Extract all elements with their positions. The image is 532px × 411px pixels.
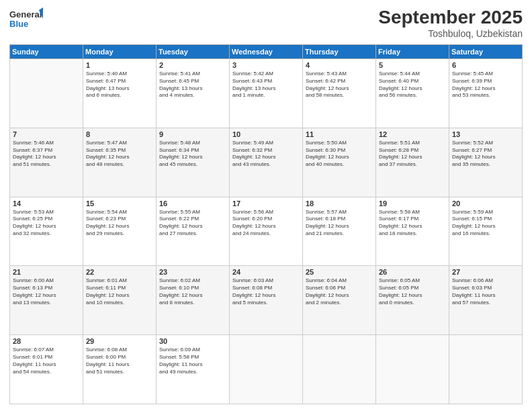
day-info: Sunrise: 5:59 AMSunset: 6:15 PMDaylight:… xyxy=(452,209,519,238)
calendar-day-cell: 4Sunrise: 5:43 AMSunset: 6:42 PMDaylight… xyxy=(303,59,376,128)
title-block: September 2025 Toshbuloq, Uzbekistan xyxy=(378,7,523,39)
calendar-day-cell: 5Sunrise: 5:44 AMSunset: 6:40 PMDaylight… xyxy=(376,59,449,128)
day-number: 6 xyxy=(452,61,519,69)
day-number: 28 xyxy=(13,337,80,345)
calendar-day-cell: 7Sunrise: 5:46 AMSunset: 6:37 PMDaylight… xyxy=(10,128,83,197)
day-number: 22 xyxy=(86,268,153,276)
day-number: 24 xyxy=(232,268,300,276)
logo: General Blue xyxy=(9,7,43,31)
day-number: 11 xyxy=(306,130,373,138)
calendar-day-cell: 16Sunrise: 5:55 AMSunset: 6:22 PMDayligh… xyxy=(157,197,230,266)
calendar-body: 1Sunrise: 5:40 AMSunset: 6:47 PMDaylight… xyxy=(10,59,523,404)
calendar-day-cell: 26Sunrise: 6:05 AMSunset: 6:05 PMDayligh… xyxy=(376,266,449,335)
day-info: Sunrise: 6:02 AMSunset: 6:10 PMDaylight:… xyxy=(159,277,226,306)
weekday-header-cell: Sunday xyxy=(10,45,83,59)
calendar-day-cell: 23Sunrise: 6:02 AMSunset: 6:10 PMDayligh… xyxy=(157,266,230,335)
day-number: 1 xyxy=(86,61,153,69)
calendar-day-cell: 8Sunrise: 5:47 AMSunset: 6:35 PMDaylight… xyxy=(83,128,157,197)
weekday-header-row: SundayMondayTuesdayWednesdayThursdayFrid… xyxy=(10,45,523,59)
day-number: 7 xyxy=(13,130,80,138)
calendar-day-cell: 2Sunrise: 5:41 AMSunset: 6:45 PMDaylight… xyxy=(157,59,230,128)
day-info: Sunrise: 6:03 AMSunset: 6:08 PMDaylight:… xyxy=(232,277,300,306)
day-info: Sunrise: 5:55 AMSunset: 6:22 PMDaylight:… xyxy=(159,209,226,238)
day-number: 21 xyxy=(13,268,80,276)
calendar-week-row: 7Sunrise: 5:46 AMSunset: 6:37 PMDaylight… xyxy=(10,128,523,197)
location-subtitle: Toshbuloq, Uzbekistan xyxy=(378,28,523,39)
calendar-day-cell: 14Sunrise: 5:53 AMSunset: 6:25 PMDayligh… xyxy=(10,197,83,266)
calendar-day-cell: 18Sunrise: 5:57 AMSunset: 6:18 PMDayligh… xyxy=(303,197,376,266)
calendar-day-cell: 12Sunrise: 5:51 AMSunset: 6:28 PMDayligh… xyxy=(376,128,449,197)
day-info: Sunrise: 6:05 AMSunset: 6:05 PMDaylight:… xyxy=(379,277,446,306)
calendar-day-cell xyxy=(230,335,303,404)
weekday-header-cell: Friday xyxy=(376,45,449,59)
calendar-day-cell: 19Sunrise: 5:58 AMSunset: 6:17 PMDayligh… xyxy=(376,197,449,266)
day-number: 27 xyxy=(452,268,519,276)
day-info: Sunrise: 5:53 AMSunset: 6:25 PMDaylight:… xyxy=(13,209,80,238)
weekday-header-cell: Monday xyxy=(83,45,157,59)
calendar-day-cell: 22Sunrise: 6:01 AMSunset: 6:11 PMDayligh… xyxy=(83,266,157,335)
day-info: Sunrise: 6:09 AMSunset: 5:58 PMDaylight:… xyxy=(159,347,226,375)
calendar-day-cell: 3Sunrise: 5:42 AMSunset: 6:43 PMDaylight… xyxy=(230,59,303,128)
day-number: 9 xyxy=(159,130,226,138)
logo-svg: General Blue xyxy=(9,7,43,31)
calendar-week-row: 28Sunrise: 6:07 AMSunset: 6:01 PMDayligh… xyxy=(10,335,523,404)
calendar-day-cell: 30Sunrise: 6:09 AMSunset: 5:58 PMDayligh… xyxy=(157,335,230,404)
day-number: 16 xyxy=(159,199,226,208)
calendar-week-row: 1Sunrise: 5:40 AMSunset: 6:47 PMDaylight… xyxy=(10,59,523,128)
calendar-day-cell: 27Sunrise: 6:06 AMSunset: 6:03 PMDayligh… xyxy=(449,266,523,335)
day-info: Sunrise: 6:08 AMSunset: 6:00 PMDaylight:… xyxy=(86,347,153,375)
day-info: Sunrise: 5:50 AMSunset: 6:30 PMDaylight:… xyxy=(306,140,373,169)
svg-text:General: General xyxy=(9,9,42,19)
day-number: 10 xyxy=(232,130,300,138)
day-number: 12 xyxy=(379,130,446,138)
day-info: Sunrise: 5:47 AMSunset: 6:35 PMDaylight:… xyxy=(86,140,153,169)
day-info: Sunrise: 6:00 AMSunset: 6:13 PMDaylight:… xyxy=(13,277,80,306)
calendar-day-cell: 20Sunrise: 5:59 AMSunset: 6:15 PMDayligh… xyxy=(449,197,523,266)
day-info: Sunrise: 5:52 AMSunset: 6:27 PMDaylight:… xyxy=(452,140,519,169)
calendar-week-row: 21Sunrise: 6:00 AMSunset: 6:13 PMDayligh… xyxy=(10,266,523,335)
day-info: Sunrise: 5:41 AMSunset: 6:45 PMDaylight:… xyxy=(159,71,226,99)
svg-text:Blue: Blue xyxy=(9,19,28,29)
day-number: 17 xyxy=(232,199,300,208)
day-info: Sunrise: 6:07 AMSunset: 6:01 PMDaylight:… xyxy=(13,347,80,375)
day-number: 20 xyxy=(452,199,519,208)
day-number: 4 xyxy=(306,61,373,69)
day-number: 18 xyxy=(306,199,373,208)
calendar-day-cell: 15Sunrise: 5:54 AMSunset: 6:23 PMDayligh… xyxy=(83,197,157,266)
header: General Blue September 2025 Toshbuloq, U… xyxy=(9,7,523,39)
month-title: September 2025 xyxy=(378,7,523,28)
calendar-day-cell: 28Sunrise: 6:07 AMSunset: 6:01 PMDayligh… xyxy=(10,335,83,404)
weekday-header-cell: Wednesday xyxy=(230,45,303,59)
day-info: Sunrise: 5:57 AMSunset: 6:18 PMDaylight:… xyxy=(306,209,373,238)
calendar-day-cell: 25Sunrise: 6:04 AMSunset: 6:06 PMDayligh… xyxy=(303,266,376,335)
day-number: 25 xyxy=(306,268,373,276)
day-info: Sunrise: 5:48 AMSunset: 6:34 PMDaylight:… xyxy=(159,140,226,169)
weekday-header-cell: Thursday xyxy=(303,45,376,59)
page: General Blue September 2025 Toshbuloq, U… xyxy=(0,0,532,411)
day-number: 2 xyxy=(159,61,226,69)
calendar-table: SundayMondayTuesdayWednesdayThursdayFrid… xyxy=(9,44,523,404)
day-info: Sunrise: 6:06 AMSunset: 6:03 PMDaylight:… xyxy=(452,277,519,306)
calendar-day-cell: 29Sunrise: 6:08 AMSunset: 6:00 PMDayligh… xyxy=(83,335,157,404)
calendar-day-cell: 1Sunrise: 5:40 AMSunset: 6:47 PMDaylight… xyxy=(83,59,157,128)
day-info: Sunrise: 5:40 AMSunset: 6:47 PMDaylight:… xyxy=(86,71,153,99)
calendar-day-cell: 10Sunrise: 5:49 AMSunset: 6:32 PMDayligh… xyxy=(230,128,303,197)
day-info: Sunrise: 5:45 AMSunset: 6:39 PMDaylight:… xyxy=(452,71,519,99)
day-info: Sunrise: 5:42 AMSunset: 6:43 PMDaylight:… xyxy=(232,71,300,99)
weekday-header-cell: Saturday xyxy=(449,45,523,59)
day-number: 23 xyxy=(159,268,226,276)
day-info: Sunrise: 6:01 AMSunset: 6:11 PMDaylight:… xyxy=(86,277,153,306)
calendar-week-row: 14Sunrise: 5:53 AMSunset: 6:25 PMDayligh… xyxy=(10,197,523,266)
calendar-day-cell: 6Sunrise: 5:45 AMSunset: 6:39 PMDaylight… xyxy=(449,59,523,128)
calendar-day-cell xyxy=(376,335,449,404)
calendar-day-cell: 17Sunrise: 5:56 AMSunset: 6:20 PMDayligh… xyxy=(230,197,303,266)
day-info: Sunrise: 5:46 AMSunset: 6:37 PMDaylight:… xyxy=(13,140,80,169)
day-info: Sunrise: 5:58 AMSunset: 6:17 PMDaylight:… xyxy=(379,209,446,238)
day-number: 26 xyxy=(379,268,446,276)
calendar-day-cell: 9Sunrise: 5:48 AMSunset: 6:34 PMDaylight… xyxy=(157,128,230,197)
calendar-day-cell: 21Sunrise: 6:00 AMSunset: 6:13 PMDayligh… xyxy=(10,266,83,335)
day-number: 29 xyxy=(86,337,153,345)
day-number: 13 xyxy=(452,130,519,138)
calendar-day-cell xyxy=(303,335,376,404)
day-number: 8 xyxy=(86,130,153,138)
